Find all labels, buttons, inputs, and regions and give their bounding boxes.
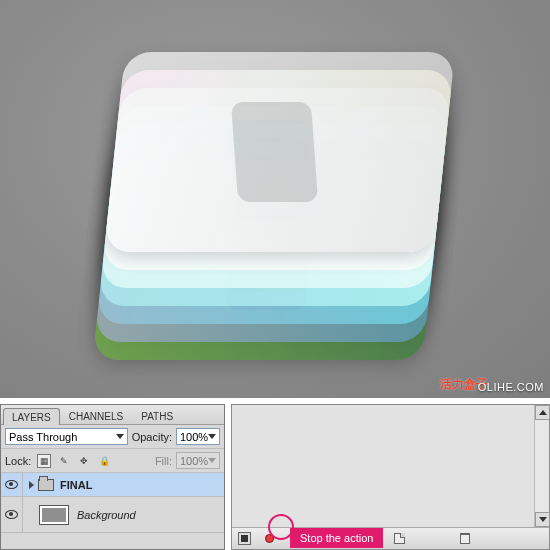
- stop-icon: [241, 535, 248, 542]
- layer-thumbnail: [39, 505, 69, 525]
- stop-button[interactable]: [238, 532, 251, 545]
- trash-icon: [460, 533, 470, 544]
- delete-button[interactable]: [459, 532, 472, 545]
- tab-layers[interactable]: LAYERS: [3, 408, 60, 425]
- folder-icon: [38, 479, 54, 491]
- lock-label: Lock:: [5, 455, 31, 467]
- lock-position-icon[interactable]: ✥: [77, 454, 91, 468]
- artwork-3d-letter: [93, 30, 458, 360]
- callout-label: Stop the action: [290, 528, 383, 548]
- scrollbar-vertical[interactable]: [534, 405, 549, 527]
- blend-mode-value: Pass Through: [9, 431, 77, 443]
- chevron-down-icon: [116, 434, 124, 439]
- lock-pixels-icon[interactable]: ✎: [57, 454, 71, 468]
- lock-fill-row: Lock: ▦ ✎ ✥ 🔒 Fill: 100%: [1, 449, 224, 473]
- fill-value: 100%: [180, 455, 208, 467]
- layer-row-group[interactable]: FINAL: [1, 473, 224, 497]
- visibility-eye-icon[interactable]: [5, 510, 18, 519]
- actions-panel: [231, 404, 550, 550]
- tab-paths[interactable]: PATHS: [132, 407, 182, 424]
- lock-all-icon[interactable]: 🔒: [97, 454, 111, 468]
- layer-name: FINAL: [60, 479, 92, 491]
- new-action-button[interactable]: [393, 532, 406, 545]
- scroll-down-arrow-icon[interactable]: [535, 512, 550, 527]
- layer-name: Background: [77, 509, 136, 521]
- chevron-down-icon: [208, 434, 216, 439]
- disclosure-triangle-icon[interactable]: [29, 481, 34, 489]
- lock-transparent-icon[interactable]: ▦: [37, 454, 51, 468]
- document-canvas: 活力盒子 OLIHE.COM: [0, 0, 550, 398]
- tab-channels[interactable]: CHANNELS: [60, 407, 132, 424]
- fill-label: Fill:: [155, 455, 172, 467]
- panel-tabs: LAYERS CHANNELS PATHS: [1, 405, 224, 425]
- visibility-eye-icon[interactable]: [5, 480, 18, 489]
- new-page-icon: [394, 533, 405, 544]
- watermark-en: OLIHE.COM: [478, 381, 544, 393]
- layer-list: FINAL Background: [1, 473, 224, 549]
- opacity-label: Opacity:: [132, 431, 172, 443]
- layer-row-background[interactable]: Background: [1, 497, 224, 533]
- opacity-value: 100%: [180, 431, 208, 443]
- callout: Stop the action: [290, 528, 383, 548]
- scroll-up-arrow-icon[interactable]: [535, 405, 550, 420]
- chevron-down-icon: [208, 458, 216, 463]
- opacity-input[interactable]: 100%: [176, 428, 220, 445]
- fill-input: 100%: [176, 452, 220, 469]
- blend-opacity-row: Pass Through Opacity: 100%: [1, 425, 224, 449]
- layers-panel: LAYERS CHANNELS PATHS Pass Through Opaci…: [0, 404, 225, 550]
- blend-mode-select[interactable]: Pass Through: [5, 428, 128, 445]
